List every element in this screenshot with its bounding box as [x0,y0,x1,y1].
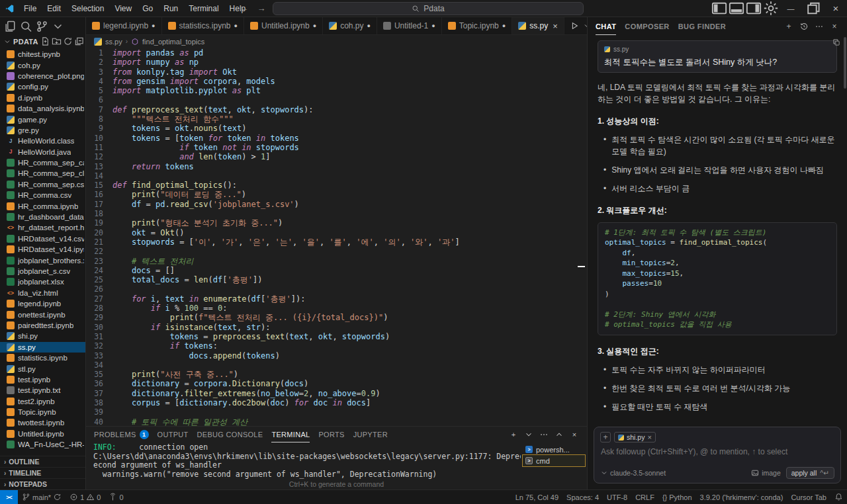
panel-tab-problems[interactable]: PROBLEMS1 [94,427,149,442]
close-icon[interactable]: × [647,433,651,441]
context-chip[interactable]: shi.py × [614,432,656,442]
gear-icon[interactable] [762,0,780,17]
file-item-chitest-ipynb[interactable]: chitest.ipynb [0,49,85,60]
panel-tab-terminal[interactable]: TERMINAL [271,427,310,442]
menu-file[interactable]: File [19,0,42,17]
sidebar-section-outline[interactable]: ›OUTLINE [0,456,85,467]
layout-secondary-sidebar-icon[interactable] [745,0,762,17]
file-item-legend-ipynb[interactable]: legend.ipynb [0,298,85,309]
panel-tab-ports[interactable]: PORTS [318,427,344,442]
chevron-down-icon[interactable] [524,430,533,439]
file-item-test2-ipynb[interactable]: test2.ipynb [0,396,85,407]
chevron-down-icon[interactable] [51,20,65,33]
eol-sequence[interactable]: CRLF [631,490,658,504]
breadcrumb-symbol[interactable]: find_optimal_topics [142,38,204,46]
chevron-up-icon[interactable] [555,430,564,439]
sidebar-section-notepads[interactable]: ›NOTEPADS [0,478,85,489]
chevron-down-icon[interactable] [3,38,11,46]
file-item-hrdataset-v14-ipynb-[interactable]: HRDataset_v14.ipynb... [0,244,85,255]
file-item-jobplanet-brothers-xlsx[interactable]: jobplanet_brothers.xlsx [0,255,85,265]
search-icon[interactable] [19,20,33,33]
command-search-box[interactable]: Pdata [273,2,584,15]
chat-scrollbar[interactable] [844,37,846,89]
file-item-shi-py[interactable]: shi.py [0,331,85,341]
panel-tab-jupyter[interactable]: JUPYTER [353,427,388,442]
terminal-instance-powershell[interactable]: >powersh... [523,444,585,455]
close-icon[interactable]: × [551,21,558,31]
chat-input-box[interactable]: + shi.py × Ask followup (Ctrl+Shift+Y), … [594,427,841,483]
close-icon[interactable]: × [570,430,579,439]
file-item-config-py[interactable]: config.py [0,81,85,92]
file-item-hr-dataset-report-html[interactable]: <>hr_dataset_report.html [0,222,85,233]
cursor-tab-toggle[interactable]: Cursor Tab [787,490,830,504]
file-item-hr-dashboard-data-csv[interactable]: hr_dashboard_data.csv [0,212,85,222]
collapse-all-icon[interactable] [74,36,84,46]
file-item-coh-py[interactable]: coh.py [0,60,85,70]
indentation[interactable]: Spaces: 4 [562,490,603,504]
add-context-button[interactable]: + [600,432,611,442]
chat-input-placeholder[interactable]: Ask followup (Ctrl+Shift+Y), @ to mentio… [601,447,834,456]
python-interpreter[interactable]: 3.9.20 ('hrkimenv': conda) [696,490,787,504]
problems-indicator[interactable]: 1 0 [66,490,105,504]
ellipsis-icon[interactable] [539,430,549,439]
layout-panel-icon[interactable] [728,0,745,17]
close-icon[interactable]: × [830,22,839,31]
menu-edit[interactable]: Edit [42,0,66,17]
chat-tab-bug-finder[interactable]: BUG FINDER [678,17,726,35]
back-icon[interactable]: ← [238,3,250,13]
tab-legend-ipynb[interactable]: legend.ipynb● [86,17,162,34]
menu-go[interactable]: Go [137,0,158,17]
file-item-game-py[interactable]: game.py [0,114,85,124]
new-folder-icon[interactable] [52,36,62,46]
sidebar-section-timeline[interactable]: ›TIMELINE [0,467,85,478]
tab-untitled-ipynb[interactable]: Untitled.ipynb● [244,17,323,34]
file-item-hr-comma-sep-clean-[interactable]: HR_comma_sep_clean... [0,168,85,179]
file-item-stl-py[interactable]: stl.py [0,363,85,374]
tab-coh-py[interactable]: coh.py● [323,17,377,34]
layout-sidebar-icon[interactable] [711,0,728,17]
ports-indicator[interactable]: 0 [105,490,127,504]
file-item-hr-comma-sep-csv[interactable]: HR_comma_sep.csv [0,179,85,190]
file-item-d-ipynb[interactable]: d.ipynb [0,93,85,103]
file-item-hrdataset-v14-csv[interactable]: HRDataset_v14.csv [0,233,85,244]
language-mode[interactable]: {} Python [658,490,696,504]
file-item-topic-ipynb[interactable]: Topic.ipynb [0,407,85,417]
encoding[interactable]: UTF-8 [603,490,631,504]
refresh-icon[interactable] [63,36,73,46]
play-icon[interactable] [570,21,579,30]
source-control-icon[interactable] [35,20,49,33]
file-item-data-analysis-ipynb[interactable]: data_analysis.ipynb [0,103,85,114]
file-item-pairedttest-ipynb[interactable]: pairedttest.ipynb [0,320,85,331]
apply-all-button[interactable]: apply all ^↵ [786,467,834,479]
ellipsis-icon[interactable] [815,22,824,31]
breadcrumb-file[interactable]: ss.py [105,38,122,46]
restore-icon[interactable] [802,0,825,17]
model-selector[interactable]: claude-3.5-sonnet [600,469,666,477]
chat-tab-composer[interactable]: COMPOSER [625,17,669,35]
menu-selection[interactable]: Selection [66,0,109,17]
new-file-icon[interactable] [40,36,50,46]
plus-icon[interactable]: + [509,430,518,439]
file-item-coherence-plot-png[interactable]: coherence_plot.png [0,71,85,81]
notifications[interactable] [830,490,847,504]
copy-icon[interactable] [832,38,840,46]
remote-indicator[interactable]: >< [0,490,18,504]
file-item-hr-comma-csv[interactable]: HR_comma.csv [0,190,85,200]
chat-tab-chat[interactable]: CHAT [596,17,616,35]
tab-untitled-1[interactable]: Untitled-1● [377,17,442,34]
tab-statistics-ipynb[interactable]: statistics.ipynb● [162,17,244,34]
menu-view[interactable]: View [109,0,137,17]
terminal-output[interactable]: INFO: connection openC:\Users\dd\anacond… [86,442,521,480]
file-item-wa-fn-usec-hr-em-[interactable]: WA_Fn-UseC_-HR-Em... [0,439,85,450]
file-item-helloworld-java[interactable]: JHelloWorld.java [0,147,85,157]
close-icon[interactable]: × [825,0,847,17]
menu-terminal[interactable]: Terminal [183,0,224,17]
breadcrumb[interactable]: ss.py › find_optimal_topics [86,35,587,48]
file-item-jobplanet-xlsx[interactable]: jobplanet.xlsx [0,276,85,287]
scrollbar-marker[interactable] [578,266,585,267]
tab-ss-py[interactable]: ss.py× [512,17,564,34]
file-item-test-ipynb[interactable]: test.ipynb [0,374,85,385]
files-icon[interactable] [3,20,17,33]
minimize-icon[interactable]: — [780,0,802,17]
plus-icon[interactable]: + [784,22,793,31]
